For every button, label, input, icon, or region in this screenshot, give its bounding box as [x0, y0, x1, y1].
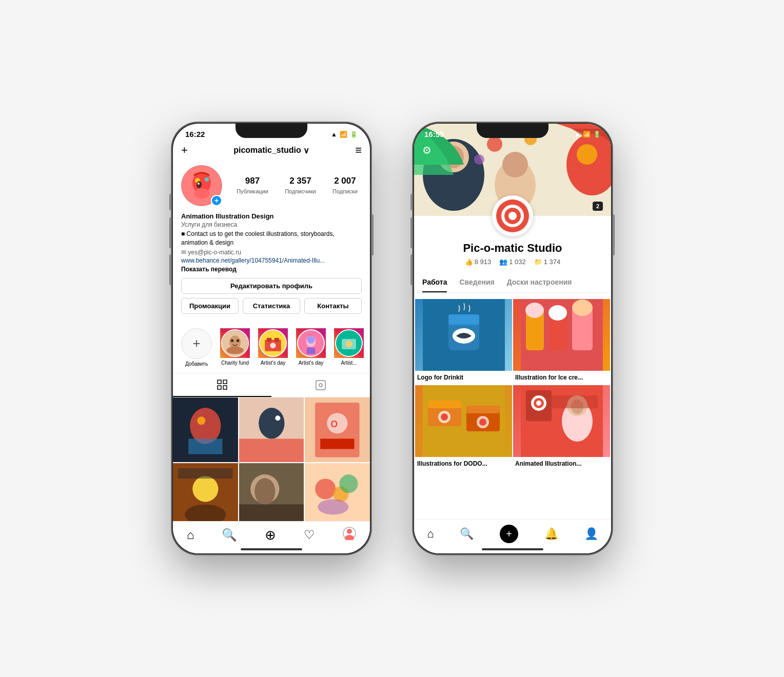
notch	[236, 124, 307, 138]
svg-point-10	[231, 339, 234, 342]
tab-tagged[interactable]	[271, 373, 370, 397]
ig-add-button[interactable]: +	[181, 144, 188, 157]
ig-profile: + 987 Публикации 2 357 Подписчики 2 007	[173, 161, 370, 324]
svg-point-5	[197, 181, 202, 188]
story-artist-day-2[interactable]: Artist's day	[296, 328, 326, 367]
story-add[interactable]: + Добавить	[181, 328, 212, 367]
svg-point-93	[536, 401, 541, 406]
bh-work-grid: Logo for Drinkit	[414, 299, 611, 470]
svg-point-63	[577, 144, 597, 165]
bh-badge: 2	[593, 202, 603, 211]
svg-point-54	[318, 500, 348, 515]
svg-rect-45	[178, 468, 233, 479]
svg-rect-27	[316, 381, 325, 390]
svg-point-57	[345, 535, 354, 540]
bh-nav-add[interactable]: +	[500, 525, 518, 543]
phone-instagram: 16:22 ▲📶🔋 + picomatic_studio ∨ ≡	[171, 122, 371, 555]
svg-rect-82	[428, 401, 461, 408]
svg-point-6	[198, 183, 200, 185]
svg-point-68	[474, 154, 484, 165]
bh-nav-home[interactable]: ⌂	[427, 527, 434, 541]
svg-rect-15	[275, 337, 279, 341]
tab-grid[interactable]	[173, 373, 271, 397]
story-artist-3-label: Artist...	[341, 360, 357, 366]
svg-rect-35	[239, 439, 304, 462]
status-icons: ▲📶🔋	[331, 131, 358, 138]
svg-point-88	[479, 419, 486, 426]
bh-project-icecream[interactable]: Illustration for Ice cre...	[513, 299, 610, 384]
behance-screen: 16:55 ▲📶🔋 ⚙ 2	[414, 124, 611, 553]
bh-status-icons: ▲📶🔋	[574, 131, 601, 138]
home-indicator-2	[482, 548, 543, 550]
story-add-label: Добавить	[185, 361, 208, 367]
svg-rect-23	[218, 380, 221, 384]
ig-nav-home[interactable]: ⌂	[187, 528, 194, 542]
ig-nav-heart[interactable]: ♡	[304, 528, 315, 542]
bh-tab-moodboards[interactable]: Доски настроения	[507, 278, 572, 292]
svg-point-77	[525, 303, 544, 318]
bh-tab-about[interactable]: Сведения	[459, 278, 494, 292]
ig-photo-grid: O	[173, 397, 370, 528]
svg-point-79	[572, 300, 593, 316]
ig-nav-search[interactable]: 🔍	[222, 528, 237, 542]
main-scene: 16:22 ▲📶🔋 + picomatic_studio ∨ ≡	[0, 91, 784, 586]
story-artist-2-label: Artist's day	[299, 360, 324, 366]
story-artist-1-label: Artist's day	[261, 360, 286, 366]
bh-project-dodo[interactable]: Illustrations for DODO...	[415, 385, 512, 470]
bh-project-drinkit[interactable]: Logo for Drinkit	[415, 299, 512, 384]
home-indicator	[241, 548, 302, 550]
contacts-button[interactable]: Контакты	[304, 298, 362, 314]
promo-button[interactable]: Промоакции	[181, 298, 239, 314]
svg-rect-97	[552, 395, 598, 408]
ig-action-buttons: Редактировать профиль Промоакции Статист…	[181, 278, 362, 314]
bh-stat-appreciations: 👍 8 913	[465, 258, 492, 266]
ig-header: + picomatic_studio ∨ ≡	[173, 141, 370, 161]
bh-nav-search[interactable]: 🔍	[460, 527, 474, 541]
ig-nav-profile[interactable]	[343, 527, 356, 543]
ig-stat-following: 2 007 Подписки	[332, 176, 358, 195]
svg-rect-84	[466, 406, 500, 413]
grid-cell-3[interactable]: O	[305, 397, 370, 463]
bh-tab-work[interactable]: Работа	[422, 278, 447, 292]
bh-drinkit-label: Logo for Drinkit	[415, 371, 512, 384]
ig-profile-top: + 987 Публикации 2 357 Подписчики 2 007	[181, 165, 362, 206]
svg-point-32	[197, 416, 205, 425]
svg-point-19	[307, 336, 315, 344]
grid-cell-5[interactable]	[239, 463, 304, 528]
ig-tabs	[173, 373, 370, 397]
grid-cell-2[interactable]	[239, 397, 304, 463]
bh-gear-icon[interactable]: ⚙	[422, 144, 432, 156]
story-charity[interactable]: Charity fund	[220, 328, 250, 367]
avatar-wrap: +	[181, 165, 222, 206]
bh-animated-label: Animated Illustration...	[513, 457, 610, 470]
svg-rect-25	[218, 386, 221, 389]
edit-profile-button[interactable]: Редактировать профиль	[181, 278, 362, 294]
svg-point-56	[347, 529, 352, 534]
svg-point-78	[548, 305, 567, 321]
svg-point-53	[340, 474, 358, 493]
grid-cell-4[interactable]	[173, 463, 238, 528]
bh-status-time: 16:55	[424, 130, 444, 138]
avatar-add-button[interactable]: +	[211, 195, 222, 206]
grid-cell-6[interactable]	[305, 463, 370, 528]
secondary-buttons-row: Промоакции Статистика Контакты	[181, 298, 362, 314]
bh-project-animated[interactable]: Animated Illustration...	[513, 385, 610, 470]
bh-stat-projects: 📁 1 374	[534, 258, 561, 266]
ig-menu-button[interactable]: ≡	[355, 144, 362, 157]
svg-point-34	[259, 408, 284, 439]
ig-username: picomatic_studio ∨	[233, 146, 309, 155]
grid-cell-1[interactable]	[173, 397, 238, 463]
bh-nav-profile[interactable]: 👤	[584, 527, 598, 541]
ig-nav-add[interactable]: ⊕	[265, 527, 276, 543]
svg-point-11	[237, 339, 240, 342]
svg-point-65	[502, 152, 528, 177]
ig-bio: Animation Illustration Design Услуги для…	[181, 212, 362, 273]
svg-point-30	[190, 408, 221, 444]
ig-stat-followers: 2 357 Подписчики	[285, 176, 316, 195]
bh-nav-bell[interactable]: 🔔	[544, 527, 558, 541]
bh-dodo-label: Illustrations for DODO...	[415, 457, 512, 470]
svg-rect-26	[223, 386, 227, 389]
story-artist-day-1[interactable]: Artist's day	[258, 328, 288, 367]
story-artist-3[interactable]: Artist...	[334, 328, 364, 367]
stats-button[interactable]: Статистика	[243, 298, 300, 314]
